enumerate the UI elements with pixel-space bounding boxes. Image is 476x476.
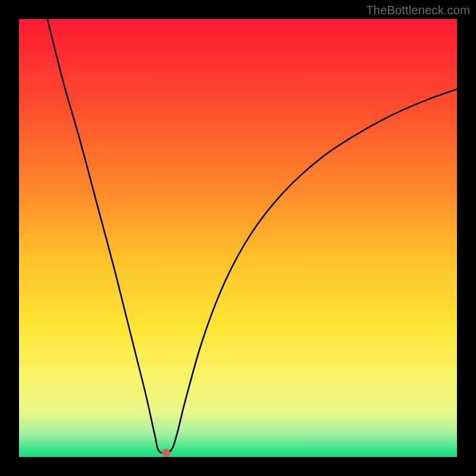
- bottleneck-curve: [19, 19, 457, 457]
- chart-frame: TheBottleneck.com: [0, 0, 476, 476]
- plot-area: [19, 19, 457, 457]
- watermark-text: TheBottleneck.com: [366, 4, 470, 17]
- optimum-marker: [162, 449, 170, 457]
